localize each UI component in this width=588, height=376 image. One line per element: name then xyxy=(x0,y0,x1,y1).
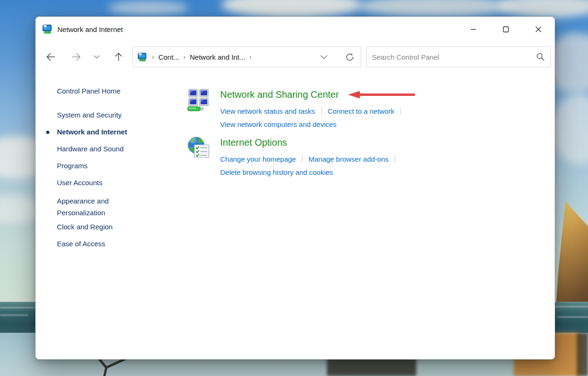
link-separator xyxy=(302,155,302,163)
link-separator xyxy=(395,155,395,163)
breadcrumb-control-panel[interactable]: Cont... xyxy=(159,53,179,61)
back-button[interactable] xyxy=(43,46,58,68)
recent-locations-dropdown[interactable] xyxy=(91,46,102,68)
link-view-network-status[interactable]: View network status and tasks xyxy=(220,107,315,115)
wallpaper-reflection xyxy=(577,333,588,376)
network-sharing-center-icon xyxy=(187,88,210,112)
control-panel-icon xyxy=(42,24,53,34)
cloud xyxy=(499,0,588,18)
internet-options-title[interactable]: Internet Options xyxy=(220,136,401,149)
desktop-wallpaper: Network and Internet xyxy=(0,0,588,376)
link-separator xyxy=(321,107,322,115)
sidebar-item-programs[interactable]: Programs xyxy=(57,161,156,171)
section-internet-options: Internet Options Change your homepage Ma… xyxy=(187,136,401,179)
control-panel-icon xyxy=(137,53,148,62)
titlebar[interactable]: Network and Internet xyxy=(36,17,555,41)
search-box xyxy=(366,47,551,67)
link-view-network-computers[interactable]: View network computers and devices xyxy=(220,120,336,128)
breadcrumb-separator: › xyxy=(245,53,256,61)
up-button[interactable] xyxy=(111,46,126,68)
address-bar[interactable]: › Cont... › Network and Int... › xyxy=(132,47,361,67)
internet-options-icon xyxy=(187,136,210,160)
cloud xyxy=(358,0,513,17)
link-change-homepage[interactable]: Change your homepage xyxy=(220,155,296,163)
window-title: Network and Internet xyxy=(57,25,123,33)
refresh-icon xyxy=(345,53,354,62)
forward-icon xyxy=(72,53,81,61)
sidebar-item-user-accounts[interactable]: User Accounts xyxy=(57,178,156,188)
sidebar-item-hardware-and-sound[interactable]: Hardware and Sound xyxy=(57,144,156,154)
breadcrumb-separator: › xyxy=(148,53,159,61)
sidebar-item-appearance-and-personalization[interactable]: Appearance and Personalization xyxy=(57,195,128,219)
sidebar-item-clock-and-region[interactable]: Clock and Region xyxy=(57,222,156,232)
link-delete-browsing-history[interactable]: Delete browsing history and cookies xyxy=(220,168,333,176)
minimize-icon xyxy=(470,26,477,32)
chevron-down-icon xyxy=(94,55,100,59)
address-dropdown-button[interactable] xyxy=(318,55,329,59)
back-icon xyxy=(46,53,56,61)
link-connect-to-network[interactable]: Connect to a network xyxy=(328,107,395,115)
minimize-button[interactable] xyxy=(457,17,490,41)
refresh-button[interactable] xyxy=(345,53,354,62)
sidebar-item-system-and-security[interactable]: System and Security xyxy=(57,110,156,120)
wallpaper-cliff xyxy=(556,201,588,306)
cloud xyxy=(550,94,588,164)
maximize-button[interactable] xyxy=(490,17,522,41)
search-icon xyxy=(536,53,545,61)
maximize-icon xyxy=(503,26,509,32)
sidebar-item-network-and-internet[interactable]: Network and Internet xyxy=(57,127,156,137)
navigation-toolbar: › Cont... › Network and Int... › xyxy=(36,46,555,68)
close-icon xyxy=(535,26,541,32)
cloud xyxy=(108,1,188,15)
active-item-bullet xyxy=(46,131,49,134)
link-manage-addons[interactable]: Manage browser add-ons xyxy=(309,155,389,163)
breadcrumb-network-and-internet[interactable]: Network and Int... xyxy=(190,53,246,61)
section-network-and-sharing-center: Network and Sharing Center View network … xyxy=(187,88,416,131)
sidebar-item-ease-of-access[interactable]: Ease of Access xyxy=(57,239,156,249)
sidebar-item-control-panel-home[interactable]: Control Panel Home xyxy=(57,86,156,96)
sidebar-nav: Control Panel Home System and Security N… xyxy=(57,86,156,256)
forward-button[interactable] xyxy=(69,46,84,68)
annotation-arrow xyxy=(347,90,416,99)
network-sharing-center-title[interactable]: Network and Sharing Center xyxy=(220,88,416,101)
cloud xyxy=(221,0,362,18)
link-separator xyxy=(400,107,401,115)
control-panel-window: Network and Internet xyxy=(35,16,555,360)
up-icon xyxy=(114,52,123,62)
chevron-down-icon xyxy=(320,55,327,59)
caption-buttons xyxy=(457,17,555,41)
close-button[interactable] xyxy=(522,17,555,41)
breadcrumb-separator: › xyxy=(179,53,190,61)
search-input[interactable] xyxy=(372,53,536,61)
